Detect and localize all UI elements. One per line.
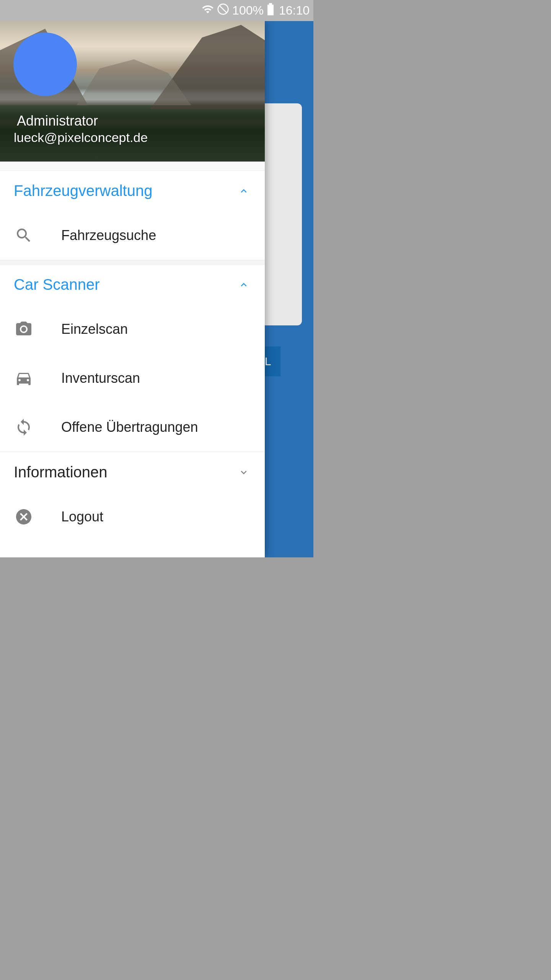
menu-item-inventurscan[interactable]: Inventurscan — [0, 354, 265, 403]
menu-label: Logout — [61, 509, 103, 525]
section-header-car-scanner[interactable]: Car Scanner — [0, 265, 265, 305]
menu-label: Fahrzeugsuche — [61, 227, 156, 243]
navigation-drawer: Administrator lueck@pixelconcept.de Fahr… — [0, 21, 265, 557]
wifi-icon — [202, 3, 214, 18]
section-header-fahrzeugverwaltung[interactable]: Fahrzeugverwaltung — [0, 171, 265, 211]
section-title: Informationen — [14, 464, 108, 481]
drawer-header: Administrator lueck@pixelconcept.de — [0, 21, 265, 162]
svg-line-1 — [220, 5, 227, 13]
close-circle-icon — [14, 507, 34, 527]
status-bar: 100% 16:10 — [0, 0, 313, 21]
menu-item-offene-uebertragungen[interactable]: Offene Übertragungen — [0, 403, 265, 452]
section-title: Car Scanner — [14, 276, 100, 293]
menu-label: Inventurscan — [61, 370, 140, 386]
menu-label: Einzelscan — [61, 321, 128, 337]
sync-icon — [14, 417, 34, 437]
clock-time: 16:10 — [279, 3, 310, 18]
svg-rect-3 — [269, 3, 272, 5]
section-title: Fahrzeugverwaltung — [14, 182, 152, 199]
car-icon — [14, 368, 34, 388]
menu-item-fahrzeugsuche[interactable]: Fahrzeugsuche — [0, 211, 265, 260]
menu-item-logout[interactable]: Logout — [0, 492, 265, 541]
camera-icon — [14, 319, 34, 339]
user-email: lueck@pixelconcept.de — [14, 130, 148, 145]
search-icon — [14, 225, 34, 245]
battery-icon — [267, 3, 274, 18]
chevron-down-icon — [238, 467, 249, 478]
no-signal-icon — [217, 3, 229, 18]
user-name: Administrator — [17, 113, 98, 129]
section-header-informationen[interactable]: Informationen — [0, 452, 265, 492]
menu-item-einzelscan[interactable]: Einzelscan — [0, 305, 265, 354]
drawer-body[interactable]: Fahrzeugverwaltung Fahrzeugsuche Car Sca… — [0, 162, 265, 557]
svg-rect-2 — [267, 5, 274, 15]
menu-label: Offene Übertragungen — [61, 419, 198, 435]
chevron-up-icon — [238, 279, 249, 291]
chevron-up-icon — [238, 185, 249, 197]
avatar[interactable] — [13, 33, 77, 96]
battery-percent: 100% — [232, 3, 264, 18]
